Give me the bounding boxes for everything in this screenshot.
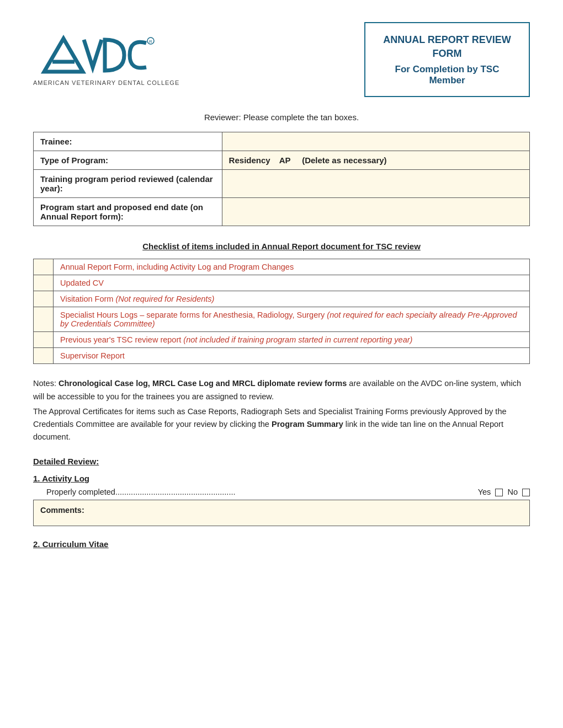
- training-period-row: Training program period reviewed (calend…: [34, 170, 530, 198]
- checklist-item-6: Supervisor Report: [54, 348, 530, 364]
- avdc-logo: R: [33, 33, 155, 77]
- no-checkbox[interactable]: [522, 489, 530, 496]
- reviewer-note: Reviewer: Please complete the tan boxes.: [33, 113, 530, 122]
- activity-log-label: Activity Log: [42, 474, 89, 483]
- notes-section: Notes: Chronological Case log, MRCL Case…: [33, 377, 530, 443]
- checklist-item-4: Specialist Hours Logs – separate forms f…: [54, 307, 530, 332]
- program-type-row: Type of Program: Residency AP (Delete as…: [34, 151, 530, 170]
- notes-bold: Chronological Case log, MRCL Case Log an…: [59, 379, 347, 388]
- training-period-label: Training program period reviewed (calend…: [34, 170, 222, 198]
- checklist-item: Annual Report Form, including Activity L…: [34, 259, 530, 275]
- checklist-table: Annual Report Form, including Activity L…: [33, 259, 530, 364]
- checklist-item-3: Visitation Form (Not required for Reside…: [54, 291, 530, 307]
- program-summary-link: Program Summary: [272, 420, 343, 429]
- training-period-value[interactable]: [222, 170, 529, 198]
- properly-completed-row: Properly completed......................…: [33, 488, 530, 496]
- checklist-item: Specialist Hours Logs – separate forms f…: [34, 307, 530, 332]
- report-title-line1: ANNUAL REPORT REVIEW FORM: [381, 33, 513, 61]
- curriculum-vitae-title: 2. Curriculum Vitae: [33, 539, 530, 549]
- svg-text:R: R: [149, 39, 152, 44]
- checklist-item-2: Updated CV: [54, 275, 530, 291]
- checklist-item-5: Previous year's TSC review report (not i…: [54, 332, 530, 348]
- logo-tagline: American Veterinary Dental College: [33, 79, 179, 86]
- info-table: Trainee: Type of Program: Residency AP (…: [33, 132, 530, 226]
- checklist-checkbox-2[interactable]: [34, 275, 54, 291]
- checklist-item: Previous year's TSC review report (not i…: [34, 332, 530, 348]
- program-dates-value[interactable]: [222, 198, 529, 226]
- comments-box[interactable]: Comments:: [33, 500, 530, 526]
- checklist-item-1: Annual Report Form, including Activity L…: [54, 259, 530, 275]
- checklist-checkbox-6[interactable]: [34, 348, 54, 364]
- logo-area: R American Veterinary Dental College: [33, 33, 364, 86]
- detailed-review-heading: Detailed Review:: [33, 457, 530, 466]
- curriculum-vitae-section: 2. Curriculum Vitae: [33, 539, 530, 549]
- trainee-row: Trainee:: [34, 132, 530, 151]
- program-type-label: Type of Program:: [34, 151, 222, 170]
- page-header: R American Veterinary Dental College ANN…: [33, 22, 530, 97]
- comments-label: Comments:: [40, 506, 84, 515]
- checklist-item: Supervisor Report: [34, 348, 530, 364]
- checklist-checkbox-1[interactable]: [34, 259, 54, 275]
- checklist-checkbox-4[interactable]: [34, 307, 54, 332]
- checklist-heading: Checklist of items included in Annual Re…: [33, 242, 530, 251]
- checklist-item: Visitation Form (Not required for Reside…: [34, 291, 530, 307]
- program-dates-row: Program start and proposed end date (on …: [34, 198, 530, 226]
- svg-marker-0: [44, 39, 83, 72]
- curriculum-vitae-label: Curriculum Vitae: [43, 539, 109, 549]
- report-title-subtitle: For Completion by TSC Member: [381, 64, 513, 86]
- trainee-label: Trainee:: [34, 132, 222, 151]
- activity-log-section: 1. Activity Log Properly completed......…: [33, 474, 530, 526]
- properly-completed-label: Properly completed......................…: [46, 488, 469, 496]
- checklist-checkbox-5[interactable]: [34, 332, 54, 348]
- trainee-value[interactable]: [222, 132, 529, 151]
- notes-paragraph-2: The Approval Certificates for items such…: [33, 405, 530, 444]
- yes-checkbox[interactable]: [495, 489, 503, 496]
- program-type-value[interactable]: Residency AP (Delete as necessary): [222, 151, 529, 170]
- yes-no-options: Yes No: [478, 488, 530, 496]
- program-dates-label: Program start and proposed end date (on …: [34, 198, 222, 226]
- report-title-box: ANNUAL REPORT REVIEW FORM For Completion…: [364, 22, 530, 97]
- checklist-checkbox-3[interactable]: [34, 291, 54, 307]
- activity-log-title: 1. Activity Log: [33, 474, 530, 483]
- notes-paragraph-1: Notes: Chronological Case log, MRCL Case…: [33, 377, 530, 403]
- checklist-item: Updated CV: [34, 275, 530, 291]
